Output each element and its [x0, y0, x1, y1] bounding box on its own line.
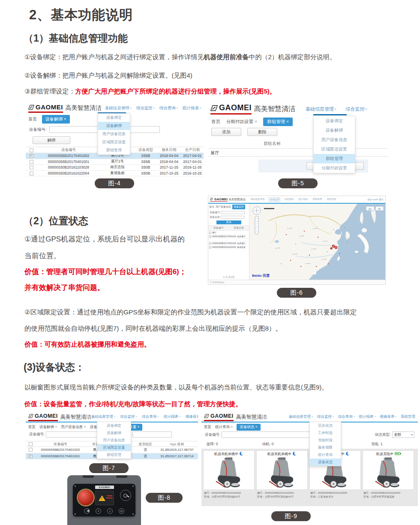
- nav-query[interactable]: 综合查询: [283, 197, 294, 202]
- menu-service-term[interactable]: 服务期限: [310, 444, 341, 451]
- select-all-checkbox[interactable]: [30, 148, 33, 152]
- nav-basic-info[interactable]: 基础信息管理: [91, 414, 115, 419]
- row-checkbox[interactable]: [209, 246, 211, 248]
- nav-system[interactable]: 系统管理: [401, 414, 415, 419]
- menu-charge-period[interactable]: 充电时段: [310, 437, 341, 444]
- table-row[interactable]: 00000S50B20161022004巢湖鱼桩S50B2017-10-2520…: [26, 170, 204, 176]
- menu-work-period[interactable]: 工作时段: [310, 429, 341, 437]
- nav-monitoring[interactable]: 综合监控: [346, 106, 367, 112]
- menu-group-manage[interactable]: 群组管理: [98, 146, 130, 154]
- nav-monitoring[interactable]: 综合监控: [120, 414, 137, 419]
- nav-basic-info[interactable]: 基础信息管理: [289, 414, 313, 419]
- tab-home[interactable]: 首页: [28, 116, 37, 122]
- row-checkbox[interactable]: [30, 172, 33, 175]
- menu-device-status[interactable]: 设备状态: [310, 459, 341, 466]
- row-checkbox[interactable]: [209, 235, 211, 238]
- device-row[interactable]: 00000S56B20170401001高美展厅: [208, 241, 249, 245]
- nav-query[interactable]: 综合查询: [159, 106, 178, 111]
- tab-stat-query[interactable]: 统计查询: [215, 425, 233, 430]
- tab-user-device-info[interactable]: 用户设备信息: [216, 205, 231, 209]
- tab-user-device-info[interactable]: 用户设备信息: [61, 425, 86, 430]
- nav-monitoring[interactable]: 综合监控: [317, 414, 334, 419]
- tab-home[interactable]: 首页: [209, 205, 214, 209]
- search-button[interactable]: 查询: [216, 220, 241, 224]
- menu-device-unbind[interactable]: 设备解绑: [97, 429, 131, 437]
- row-checkbox[interactable]: [30, 166, 33, 169]
- add-button[interactable]: 添加: [211, 128, 241, 136]
- device-name-input[interactable]: [132, 431, 172, 438]
- device-card[interactable]: 机器关机休眠中 编号：00000S56B20161022001区域：合肥市经开区…: [256, 450, 308, 504]
- row-checkbox[interactable]: [29, 448, 33, 452]
- nav-monitoring[interactable]: 综合监控: [268, 197, 280, 202]
- panel-notch: [83, 475, 94, 478]
- tab-home[interactable]: 首页: [28, 425, 36, 430]
- menu-history-status[interactable]: 历史状态: [310, 422, 341, 429]
- table-row[interactable]: 00000S50B20161103028南京志恒S50B2017-11-2520…: [26, 165, 204, 171]
- nav-basic-info[interactable]: 基础信息管理: [306, 106, 336, 112]
- menu-device-bind[interactable]: 设备绑定: [314, 116, 355, 126]
- pagination[interactable]: 1 /1 共1页: [208, 275, 249, 279]
- power-button[interactable]: [119, 508, 124, 514]
- group-checkbox[interactable]: [209, 232, 211, 234]
- menu-area-limit[interactable]: 区域限定设置: [314, 145, 355, 154]
- menu-user-device-info[interactable]: 用户设备信息: [97, 437, 131, 444]
- menu-user-device-info[interactable]: 用户设备信息: [314, 135, 355, 145]
- nav-maintenance[interactable]: 维修保养: [380, 414, 396, 419]
- emergency-stop-button[interactable]: [78, 490, 93, 505]
- select-all-checkbox[interactable]: [29, 442, 33, 446]
- nav-reports[interactable]: 统计报表: [359, 414, 375, 419]
- row-checkbox[interactable]: [30, 154, 33, 158]
- menu-group-manage[interactable]: 群组管理: [314, 154, 355, 163]
- tab-device-unbind[interactable]: 设备解绑: [39, 425, 57, 430]
- row-checkbox[interactable]: [30, 160, 33, 164]
- device-card[interactable]: 机器关机休眠中 编号：00000S56B20161022062区域：合肥市经开区…: [203, 450, 255, 504]
- menu-device-unbind[interactable]: 设备解绑: [314, 126, 355, 135]
- tab-home[interactable]: 首页: [211, 119, 220, 125]
- device-row[interactable]: 00000S50B20161022004巢湖鱼桩: [208, 245, 249, 249]
- tab-installment[interactable]: 分期付款设置: [226, 119, 257, 125]
- device-card[interactable]: 机器充电中 编号：00000S50B20161022004区域：合肥市经开区桃花…: [363, 450, 414, 504]
- nav-maintenance[interactable]: 维修保养: [186, 414, 198, 419]
- status-type-select[interactable]: 全部: [392, 431, 414, 438]
- menu-user-device-info[interactable]: 用户设备信息: [98, 130, 130, 138]
- menu-device-unbind[interactable]: 设备解绑: [98, 122, 130, 130]
- table-row[interactable]: 00000S56B20170401001展厅1号S56B2018-04-0420…: [26, 159, 204, 165]
- menu-area-limit[interactable]: 区域限定设置: [98, 138, 130, 146]
- user-greeting[interactable]: 你好 wulin 退出: [367, 198, 384, 201]
- nav-query[interactable]: 综合查询: [142, 414, 159, 419]
- nav-query[interactable]: 综合查询: [338, 414, 355, 419]
- nav-reports[interactable]: 统计报表: [297, 197, 309, 202]
- key-switch-button[interactable]: [120, 490, 131, 501]
- horn-button[interactable]: [107, 508, 113, 514]
- delete-button[interactable]: 删除: [247, 128, 277, 136]
- device-id-input[interactable]: [221, 211, 245, 214]
- plus-button[interactable]: [96, 508, 101, 514]
- section2-para2-line2: 的使用范围就会自动停机(见图7)，同时在机器端的彩屏上会出现相应的提示（见图8）…: [24, 324, 282, 333]
- tab-device-unbind[interactable]: 设备解绑: [42, 115, 70, 124]
- menu-device-bind[interactable]: 设备绑定: [98, 114, 130, 122]
- menu-installment[interactable]: 分期付款设置: [314, 163, 355, 173]
- unbind-button[interactable]: 解绑: [33, 136, 70, 144]
- device-name-input[interactable]: [221, 216, 245, 219]
- tab-device-monitor[interactable]: 设备监控: [232, 205, 245, 209]
- nav-reports[interactable]: 统计报表: [164, 414, 180, 419]
- nav-basic-info[interactable]: 基础信息管理: [105, 106, 132, 111]
- nav-maintenance[interactable]: 维修保养: [312, 197, 323, 202]
- menu-group-manage[interactable]: 群组管理: [97, 451, 131, 459]
- device-row[interactable]: 00000S56B20170401002高美展厅: [208, 235, 249, 238]
- map-canvas[interactable]: 2D 3D Baidu·百度: [249, 204, 386, 280]
- group-row[interactable]: 展厅: [208, 231, 249, 235]
- tab-group-manage[interactable]: 群组管理: [263, 118, 293, 126]
- nav-basic-info[interactable]: 基础信息管理: [249, 197, 265, 202]
- menu-device-bind[interactable]: 设备绑定: [97, 422, 131, 429]
- nav-monitoring[interactable]: 综合监控: [136, 106, 155, 111]
- row-checkbox[interactable]: [29, 454, 33, 458]
- nav-system[interactable]: 系统管理: [326, 197, 337, 202]
- tab-device-status[interactable]: 设备状态: [237, 424, 260, 431]
- row-checkbox[interactable]: [209, 242, 211, 244]
- nav-reports[interactable]: 统计报表: [183, 106, 201, 111]
- menu-area-limit[interactable]: 区域限定设置: [97, 444, 131, 451]
- menu-stat-query[interactable]: 统计查询: [310, 451, 341, 459]
- group-row[interactable]: 展厅: [208, 148, 388, 157]
- tab-home[interactable]: 首页: [204, 425, 211, 430]
